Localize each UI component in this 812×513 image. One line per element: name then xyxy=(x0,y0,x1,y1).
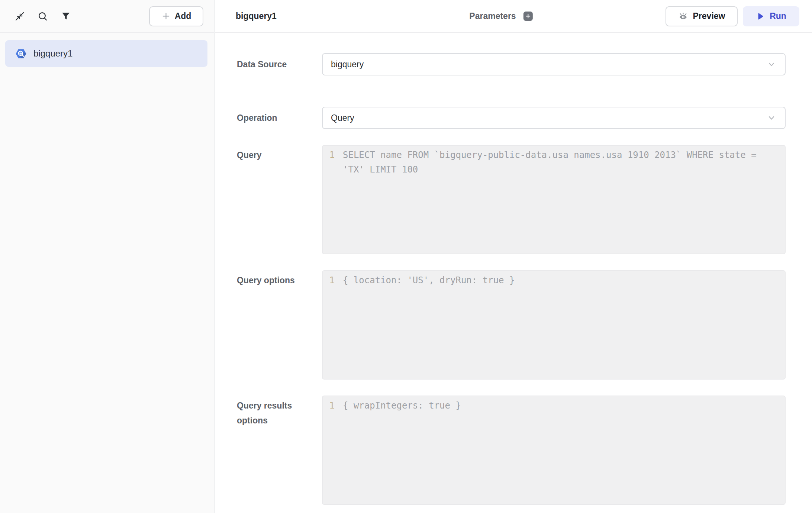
query-results-options-editor[interactable]: 1 { wrapIntegers: true } xyxy=(322,396,786,505)
preview-button-label: Preview xyxy=(693,11,725,21)
query-code-placeholder: SELECT name FROM `bigquery-public-data.u… xyxy=(343,148,767,254)
play-icon xyxy=(756,12,765,21)
collapse-panel-icon[interactable] xyxy=(14,11,25,22)
line-number: 1 xyxy=(323,148,335,254)
sidebar-item-label: bigquery1 xyxy=(33,48,72,59)
add-parameter-button[interactable] xyxy=(523,12,533,21)
data-source-select[interactable]: bigquery xyxy=(322,53,786,75)
filter-icon[interactable] xyxy=(60,11,71,22)
sidebar-item-bigquery1[interactable]: bigquery1 xyxy=(5,40,207,67)
query-options-label: Query options xyxy=(237,270,322,380)
query-list: bigquery1 xyxy=(0,33,214,67)
plus-icon xyxy=(525,13,531,19)
line-number: 1 xyxy=(323,399,335,504)
parameters-label: Parameters xyxy=(469,11,516,21)
operation-value: Query xyxy=(331,113,354,123)
query-editor-panel: bigquery1 Parameters Preview xyxy=(215,0,812,513)
search-icon[interactable] xyxy=(37,11,48,22)
data-source-value: bigquery xyxy=(331,59,364,70)
query-row: Query 1 SELECT name FROM `bigquery-publi… xyxy=(237,145,786,254)
operation-select[interactable]: Query xyxy=(322,107,786,129)
query-results-options-placeholder: { wrapIntegers: true } xyxy=(343,399,461,504)
add-query-button[interactable]: Add xyxy=(149,6,203,26)
eye-icon xyxy=(678,11,688,21)
plus-icon xyxy=(161,12,171,21)
editor-header: bigquery1 Parameters Preview xyxy=(215,0,812,33)
parameters-group: Parameters xyxy=(469,11,532,21)
query-code-editor[interactable]: 1 SELECT name FROM `bigquery-public-data… xyxy=(322,145,786,254)
sidebar-toolbar: Add xyxy=(0,0,214,33)
operation-label: Operation xyxy=(237,107,322,129)
query-list-sidebar: Add bigquery1 xyxy=(0,0,215,513)
query-label: Query xyxy=(237,145,322,254)
operation-row: Operation Query xyxy=(237,107,786,129)
chevron-down-icon xyxy=(767,113,776,122)
query-options-row: Query options 1 { location: 'US', dryRun… xyxy=(237,270,786,380)
run-button-label: Run xyxy=(770,11,786,21)
header-actions: Preview Run xyxy=(666,6,799,26)
chevron-down-icon xyxy=(767,60,776,69)
run-button[interactable]: Run xyxy=(743,6,799,26)
query-results-options-label: Query results options xyxy=(237,396,322,505)
add-button-label: Add xyxy=(175,11,191,21)
query-form: Data Source bigquery Operation Query xyxy=(215,33,812,505)
bigquery-icon xyxy=(15,48,27,60)
query-options-placeholder: { location: 'US', dryRun: true } xyxy=(343,273,515,379)
query-options-editor[interactable]: 1 { location: 'US', dryRun: true } xyxy=(322,270,786,380)
data-source-row: Data Source bigquery xyxy=(237,53,786,75)
page-title: bigquery1 xyxy=(236,11,277,21)
data-source-label: Data Source xyxy=(237,53,322,75)
line-number: 1 xyxy=(323,273,335,379)
preview-button[interactable]: Preview xyxy=(666,6,738,26)
query-results-options-row: Query results options 1 { wrapIntegers: … xyxy=(237,396,786,505)
